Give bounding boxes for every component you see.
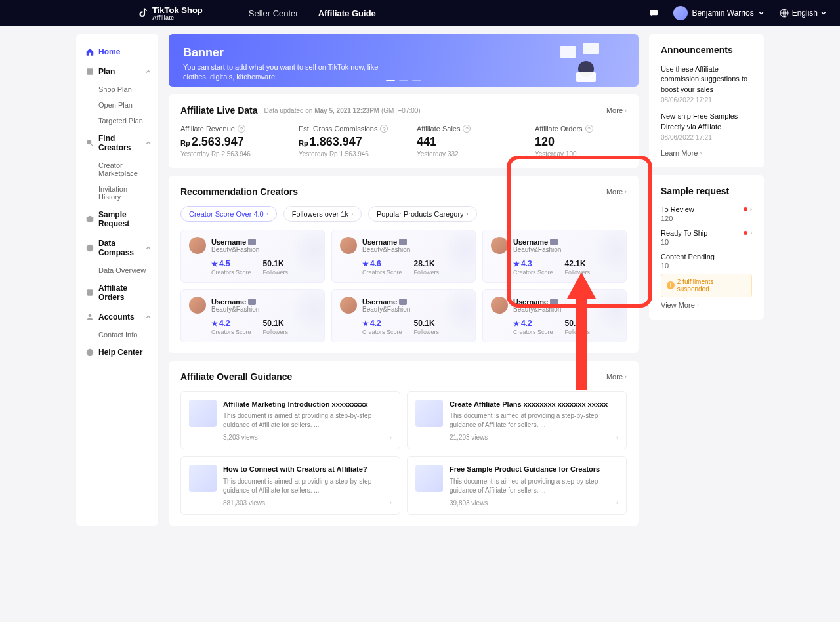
sidebar: Home Plan Shop Plan Open Plan Targeted P…	[76, 34, 158, 526]
creator-avatar	[189, 297, 206, 314]
card-title: Sample request	[661, 186, 752, 196]
more-link[interactable]: More›	[606, 188, 627, 196]
star-icon: ★	[211, 260, 218, 268]
language-selector[interactable]: English	[779, 8, 827, 18]
verified-badge-icon	[248, 299, 256, 305]
chip-followers[interactable]: Followers over 1k›	[284, 206, 362, 222]
compass-icon	[85, 243, 94, 253]
chevron-down-icon	[820, 10, 827, 16]
creator-card[interactable]: Username Beauty&Fashion ★4.2Creators Sco…	[180, 289, 325, 342]
info-icon[interactable]: ?	[585, 125, 593, 133]
sidebar-sub-targeted-plan[interactable]: Targeted Plan	[76, 113, 158, 129]
announcement-date: 08/06/2022 17:21	[661, 96, 752, 104]
live-data-card: Affiliate Live Data Data updated on May …	[169, 94, 639, 168]
creator-avatar	[340, 237, 357, 254]
guidance-card-item[interactable]: Create Affiliate Plans xxxxxxxx xxxxxxx …	[407, 391, 627, 449]
star-icon: ★	[362, 320, 369, 328]
creator-card[interactable]: Username Beauty&Fashion ★4.5Creators Sco…	[180, 230, 325, 283]
recommendation-creators-card: Recommendation Creators More› Creator Sc…	[169, 176, 639, 353]
sample-row-to-review[interactable]: To Review ›	[661, 205, 752, 213]
username: Benjamin Warrios	[692, 9, 753, 18]
sidebar-item-help-center[interactable]: Help Center	[76, 342, 158, 362]
sidebar-item-data-compass[interactable]: Data Compass	[76, 234, 158, 262]
star-icon: ★	[513, 320, 520, 328]
sidebar-item-accounts[interactable]: Accounts	[76, 307, 158, 327]
more-link[interactable]: More›	[606, 373, 627, 381]
sidebar-sub-creator-marketplace[interactable]: Creator Marketplace	[76, 157, 158, 181]
card-title: Affiliate Live Data	[180, 105, 257, 115]
sidebar-item-home[interactable]: Home	[76, 42, 158, 62]
sidebar-item-sample-request[interactable]: Sample Request	[76, 205, 158, 234]
learn-more-link[interactable]: Learn More›	[661, 149, 752, 157]
guide-illustration	[415, 400, 443, 427]
metric-gross-commissions: Est. Gross Commissions? Rp1.863.947 Yest…	[299, 125, 390, 157]
verified-badge-icon	[399, 299, 407, 305]
sidebar-item-affiliate-orders[interactable]: Affiliate Orders	[76, 278, 158, 307]
suspended-alert[interactable]: ! 2 fulfillments suspended	[661, 274, 752, 297]
chip-creator-score[interactable]: Creator Score Over 4.0›	[180, 206, 277, 222]
guidance-card-item[interactable]: How to Connect with Creators at Affiliat…	[180, 456, 400, 514]
creator-avatar	[491, 237, 508, 254]
creator-card[interactable]: Username Beauty&Fashion ★4.6Creators Sco…	[331, 230, 476, 283]
carousel-dots[interactable]	[386, 80, 421, 81]
banner-illustration	[553, 39, 619, 85]
announcement-item[interactable]: New-ship Free Samples Directly via Affil…	[661, 112, 752, 132]
verified-badge-icon	[248, 239, 256, 245]
chevron-right-icon: ›	[616, 499, 618, 506]
creator-card[interactable]: Username Beauty&Fashion ★4.2Creators Sco…	[331, 289, 476, 342]
info-icon[interactable]: ?	[380, 125, 388, 133]
sample-row-ready-to-ship[interactable]: Ready To Ship ›	[661, 229, 752, 237]
alert-dot-icon	[744, 231, 747, 235]
guidance-card-item[interactable]: Free Sample Product Guidance for Creator…	[407, 456, 627, 514]
tiktok-icon	[138, 7, 150, 19]
creator-card[interactable]: Username Beauty&Fashion ★4.2Creators Sco…	[482, 289, 627, 342]
brand-sub: Affiliate	[152, 14, 203, 21]
nav-tab-seller-center[interactable]: Seller Center	[249, 9, 299, 18]
user-icon	[85, 312, 94, 321]
nav-tab-affiliate-guide[interactable]: Affiliate Guide	[318, 9, 376, 18]
info-icon[interactable]: ?	[463, 125, 471, 133]
metric-affiliate-sales: Affiliate Sales? 441 Yesterday 332	[417, 125, 509, 157]
svg-rect-0	[650, 10, 658, 15]
sidebar-sub-open-plan[interactable]: Open Plan	[76, 97, 158, 113]
chevron-up-icon	[145, 314, 152, 320]
creator-avatar	[491, 297, 508, 314]
sidebar-item-plan[interactable]: Plan	[76, 62, 158, 81]
card-title: Recommendation Creators	[180, 186, 298, 197]
card-title: Announcements	[661, 45, 752, 55]
info-icon[interactable]: ?	[238, 125, 245, 133]
brand-main: TikTok Shop	[152, 5, 203, 15]
svg-point-3	[87, 140, 91, 144]
creator-avatar	[189, 237, 206, 254]
brand-logo[interactable]: TikTok Shop Affiliate	[138, 6, 203, 21]
guidance-card-item[interactable]: Affiliate Marketing Introduction xxxxxxx…	[180, 391, 400, 449]
view-more-link[interactable]: View More›	[661, 301, 752, 309]
more-link[interactable]: More›	[606, 106, 627, 114]
user-menu[interactable]: Benjamin Warrios	[673, 6, 764, 20]
guide-illustration	[189, 400, 217, 427]
sample-row-content-pending[interactable]: Content Pending	[661, 253, 752, 260]
svg-point-7	[87, 349, 94, 356]
sidebar-sub-invitation-history[interactable]: Invitation History	[76, 181, 158, 205]
star-icon: ★	[211, 320, 218, 328]
svg-rect-11	[576, 72, 596, 82]
guidance-card: Affiliate Overall Guidance More› Affilia…	[169, 361, 639, 526]
sidebar-item-find-creators[interactable]: Find Creators	[76, 129, 158, 157]
svg-point-6	[89, 314, 92, 317]
announcement-item[interactable]: Use these Affiliate commission suggestio…	[661, 64, 752, 94]
chip-popular-products[interactable]: Popular Products Caregory›	[368, 206, 477, 222]
promo-banner[interactable]: Banner You can start to add what you wan…	[169, 34, 639, 87]
svg-rect-5	[87, 289, 93, 295]
sidebar-sub-shop-plan[interactable]: Shop Plan	[76, 81, 158, 97]
chat-icon[interactable]	[648, 8, 659, 18]
sidebar-sub-contact-info[interactable]: Contact Info	[76, 327, 158, 342]
top-bar: TikTok Shop Affiliate Seller Center Affi…	[0, 0, 840, 26]
verified-badge-icon	[550, 239, 558, 245]
search-icon	[85, 138, 94, 148]
svg-rect-8	[560, 46, 576, 58]
creator-card[interactable]: Username Beauty&Fashion ★4.3Creators Sco…	[482, 230, 627, 283]
star-icon: ★	[362, 260, 369, 268]
sidebar-sub-data-overview[interactable]: Data Overview	[76, 262, 158, 278]
chevron-up-icon	[145, 68, 152, 75]
chevron-down-icon	[758, 10, 765, 16]
